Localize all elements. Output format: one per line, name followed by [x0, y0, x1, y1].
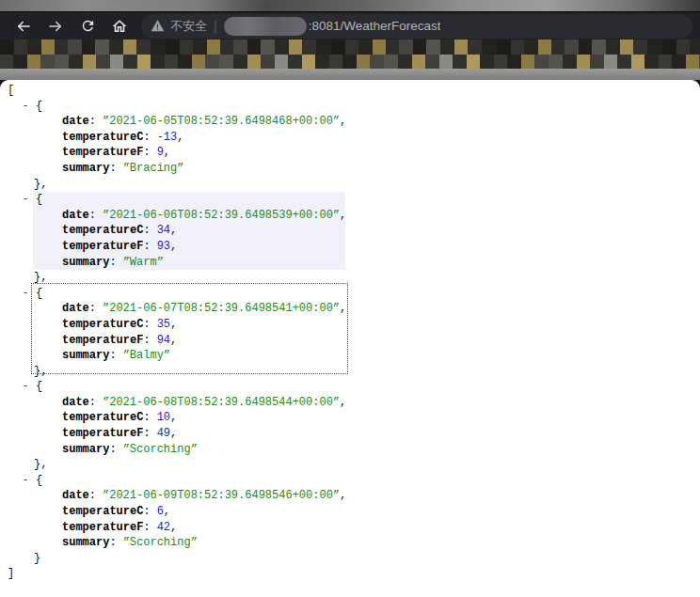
- json-line: temperatureC:35,: [33, 317, 345, 333]
- bookmarks-mosaic-row: [0, 55, 700, 70]
- json-key: temperatureC: [62, 411, 143, 424]
- collapse-toggle[interactable]: -: [20, 192, 31, 208]
- json-line: {: [33, 473, 345, 489]
- json-line: summary:”Bracing”: [33, 161, 345, 177]
- json-line: date:”2021-06-06T08:52:39.6498539+00:00”…: [33, 208, 345, 224]
- json-key: temperatureF: [62, 334, 143, 347]
- json-object-entry: - { date:”2021-06-05T08:52:39.6498468+00…: [0, 99, 700, 193]
- json-line: temperatureF:9,: [33, 145, 345, 161]
- back-arrow-icon: [15, 18, 32, 35]
- summary-value: Scorching: [130, 536, 191, 549]
- json-number-value: -13: [157, 131, 178, 144]
- summary-value: Scorching: [130, 443, 191, 456]
- comma: ,: [170, 521, 177, 534]
- date-value: 2021-06-09T08:52:39.6498546+00:00: [109, 489, 333, 502]
- comma: ,: [340, 209, 346, 222]
- json-line: date:”2021-06-05T08:52:39.6498468+00:00”…: [33, 114, 345, 130]
- json-line: temperatureC:10,: [33, 410, 345, 426]
- json-line: temperatureF:49,: [33, 426, 345, 442]
- object-close-brace: },: [34, 271, 47, 284]
- json-number-value: 42: [157, 521, 170, 534]
- json-key: summary: [62, 443, 109, 456]
- colon: :: [109, 162, 122, 175]
- json-line: temperatureF:94,: [33, 333, 345, 349]
- date-value: 2021-06-06T08:52:39.6498539+00:00: [109, 209, 333, 222]
- summary-value: Bracing: [130, 162, 177, 175]
- json-key: temperatureF: [62, 146, 143, 159]
- json-object-entry: - { date:”2021-06-07T08:52:39.6498541+00…: [0, 286, 700, 380]
- comma: ,: [177, 131, 183, 144]
- quote: ”: [157, 256, 164, 269]
- json-key: summary: [62, 349, 109, 362]
- bookmarks-bar-blurred: [0, 39, 700, 69]
- not-secure-warning-icon[interactable]: [151, 19, 165, 33]
- collapse-toggle[interactable]: -: [20, 473, 31, 489]
- object-close-brace: }: [34, 552, 40, 565]
- json-string-value: ”Scorching”: [123, 536, 198, 549]
- json-line: {: [33, 286, 345, 302]
- json-line: },: [0, 177, 700, 193]
- address-bar[interactable]: 不安全 | :8081/WeatherForecast: [141, 14, 692, 39]
- colon: :: [109, 536, 122, 549]
- reload-icon: [80, 18, 96, 34]
- json-object-block: { date:”2021-06-08T08:52:39.6498544+00:0…: [33, 379, 345, 457]
- colon: :: [89, 489, 103, 502]
- json-line: summary:”Scorching”: [33, 442, 345, 458]
- json-key: temperatureC: [62, 131, 143, 144]
- json-entries: - { date:”2021-06-05T08:52:39.6498468+00…: [0, 99, 700, 567]
- json-number-value: 9: [157, 146, 164, 159]
- colon: :: [143, 146, 156, 159]
- json-object-block: { date:”2021-06-06T08:52:39.6498539+00:0…: [33, 192, 345, 270]
- colon: :: [143, 240, 156, 253]
- home-button[interactable]: [107, 14, 132, 39]
- comma: ,: [170, 224, 177, 237]
- forward-button[interactable]: [43, 14, 68, 39]
- json-line: },: [0, 270, 700, 286]
- colon: :: [109, 349, 122, 362]
- json-number-value: 93: [157, 240, 170, 253]
- object-open-brace: {: [36, 193, 42, 206]
- json-key: summary: [62, 536, 109, 549]
- collapse-toggle[interactable]: -: [20, 379, 31, 395]
- object-open-brace: {: [36, 380, 42, 393]
- date-value: 2021-06-08T08:52:39.6498544+00:00: [109, 396, 333, 409]
- quote: ”: [123, 443, 130, 456]
- back-button[interactable]: [11, 14, 36, 39]
- object-close-brace: },: [34, 458, 47, 471]
- date-value: 2021-06-05T08:52:39.6498468+00:00: [109, 115, 333, 128]
- json-number-value: 49: [157, 427, 170, 440]
- comma: ,: [340, 396, 346, 409]
- json-line: date:”2021-06-09T08:52:39.6498546+00:00”…: [33, 488, 345, 504]
- quote: ”: [191, 443, 198, 456]
- quote: ”: [123, 536, 130, 549]
- reload-button[interactable]: [75, 14, 100, 39]
- json-object-block: { date:”2021-06-05T08:52:39.6498468+00:0…: [33, 99, 345, 177]
- bookmarks-mosaic-row: [0, 39, 700, 55]
- collapse-toggle[interactable]: -: [20, 99, 31, 115]
- comma: ,: [170, 411, 177, 424]
- json-key: temperatureF: [62, 427, 143, 440]
- json-key: temperatureF: [62, 521, 143, 534]
- colon: :: [143, 521, 156, 534]
- json-string-value: ”Warm”: [123, 256, 164, 269]
- json-line: summary:”Scorching”: [33, 535, 345, 551]
- json-line: {: [33, 379, 345, 395]
- json-number-value: 35: [157, 318, 170, 331]
- comma: ,: [340, 302, 346, 315]
- quote: ”: [164, 349, 170, 362]
- json-string-value: ”2021-06-05T08:52:39.6498468+00:00”: [103, 115, 340, 128]
- array-close-bracket: ]: [8, 567, 14, 580]
- json-key: summary: [62, 162, 109, 175]
- json-string-value: ”2021-06-07T08:52:39.6498541+00:00”: [103, 302, 340, 315]
- json-line: date:”2021-06-07T08:52:39.6498541+00:00”…: [33, 301, 345, 317]
- json-string-value: ”2021-06-09T08:52:39.6498546+00:00”: [103, 489, 340, 502]
- host-redacted-blur: [224, 17, 307, 36]
- json-number-value: 34: [157, 224, 170, 237]
- json-key: temperatureC: [62, 224, 143, 237]
- json-object-entry: - { date:”2021-06-09T08:52:39.6498546+00…: [0, 473, 700, 567]
- quote: ”: [177, 162, 183, 175]
- comma: ,: [170, 240, 177, 253]
- collapse-toggle[interactable]: -: [20, 286, 31, 302]
- object-close-brace: },: [34, 178, 47, 191]
- comma: ,: [164, 146, 170, 159]
